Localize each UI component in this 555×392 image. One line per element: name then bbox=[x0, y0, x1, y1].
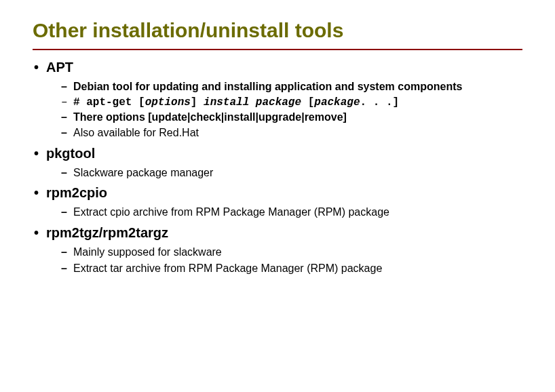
sub-list: –Slackware package manager bbox=[33, 165, 522, 180]
title-underline bbox=[33, 49, 522, 50]
sub-item-text: Extract cpio archive from RPM Package Ma… bbox=[73, 205, 389, 220]
sub-item: –Extract cpio archive from RPM Package M… bbox=[61, 205, 522, 220]
dash-icon: – bbox=[61, 127, 73, 139]
dash-icon: – bbox=[61, 262, 73, 275]
section: •APT–Debian tool for updating and instal… bbox=[33, 60, 522, 140]
sub-item-text: # apt-get [options] install package [pac… bbox=[73, 96, 399, 109]
section-heading: pkgtool bbox=[46, 146, 95, 161]
sub-item-text: Mainly supposed for slackware bbox=[73, 245, 222, 260]
dash-icon: – bbox=[61, 81, 73, 93]
code-segment: install package bbox=[204, 96, 301, 109]
sub-item: –# apt-get [options] install package [pa… bbox=[61, 96, 522, 109]
sub-item: –Extract tar archive from RPM Package Ma… bbox=[61, 261, 522, 276]
sub-item-text: Also available for Red.Hat bbox=[73, 125, 199, 140]
section-heading-row: •APT bbox=[33, 60, 522, 75]
dash-icon: – bbox=[61, 167, 73, 179]
section-heading: rpm2tgz/rpm2targz bbox=[46, 225, 168, 241]
bullet-icon: • bbox=[33, 146, 46, 160]
section: •rpm2cpio–Extract cpio archive from RPM … bbox=[33, 185, 522, 220]
sub-item-text: Extract tar archive from RPM Package Man… bbox=[73, 261, 382, 276]
dash-icon: – bbox=[61, 96, 73, 109]
bullet-icon: • bbox=[33, 60, 46, 74]
bullet-icon: • bbox=[33, 226, 46, 239]
sub-list: –Mainly supposed for slackware–Extract t… bbox=[33, 245, 522, 275]
sub-item: –There options [update|check|install|upg… bbox=[61, 110, 522, 125]
dash-icon: – bbox=[61, 246, 73, 258]
sub-item-text: Slackware package manager bbox=[73, 165, 213, 180]
sub-item: –Mainly supposed for slackware bbox=[61, 245, 522, 260]
code-segment: package bbox=[314, 96, 360, 109]
dash-icon: – bbox=[61, 206, 73, 218]
slide: Other installation/uninstall tools •APT–… bbox=[0, 0, 555, 294]
code-segment: ] bbox=[191, 96, 204, 109]
section: •pkgtool–Slackware package manager bbox=[33, 146, 522, 180]
sub-item-text: There options [update|check|install|upgr… bbox=[73, 110, 347, 125]
dash-icon: – bbox=[61, 111, 73, 123]
code-segment: . . .] bbox=[360, 96, 400, 109]
code-segment: options bbox=[145, 96, 191, 109]
section-heading: APT bbox=[46, 60, 73, 75]
section-heading-row: •rpm2cpio bbox=[33, 185, 522, 201]
section-heading-row: •rpm2tgz/rpm2targz bbox=[33, 225, 522, 241]
section-heading: rpm2cpio bbox=[46, 185, 107, 201]
code-segment: # apt-get [ bbox=[73, 96, 145, 109]
sub-list: –Debian tool for updating and installing… bbox=[33, 79, 522, 140]
slide-title: Other installation/uninstall tools bbox=[33, 19, 522, 42]
content-list: •APT–Debian tool for updating and instal… bbox=[33, 60, 522, 275]
bullet-icon: • bbox=[33, 186, 46, 199]
sub-item-text: Debian tool for updating and installing … bbox=[73, 79, 462, 94]
sub-item: –Slackware package manager bbox=[61, 165, 522, 180]
code-segment: [ bbox=[301, 96, 314, 109]
sub-list: –Extract cpio archive from RPM Package M… bbox=[33, 205, 522, 220]
sub-item: –Debian tool for updating and installing… bbox=[61, 79, 522, 94]
sub-item: –Also available for Red.Hat bbox=[61, 125, 522, 140]
section-heading-row: •pkgtool bbox=[33, 146, 522, 161]
section: •rpm2tgz/rpm2targz–Mainly supposed for s… bbox=[33, 225, 522, 275]
